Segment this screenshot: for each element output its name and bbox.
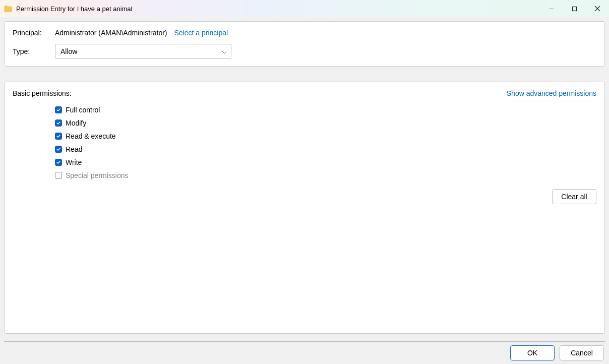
checkbox-full-control[interactable]	[55, 106, 62, 113]
clear-all-button[interactable]: Clear all	[552, 189, 596, 204]
permission-label: Modify	[66, 119, 86, 127]
permissions-list: Full control Modify Read & execute Read …	[55, 103, 596, 182]
close-button[interactable]	[586, 0, 609, 17]
content-area: Principal: Administrator (AMAN\Administr…	[0, 17, 609, 342]
permission-item-special: Special permissions	[55, 169, 596, 182]
dialog-footer: OK Cancel	[0, 342, 609, 364]
permission-item-write: Write	[55, 156, 596, 169]
type-combobox[interactable]: Allow	[55, 44, 231, 59]
folder-icon	[4, 5, 12, 13]
select-principal-link[interactable]: Select a principal	[174, 29, 228, 37]
permissions-panel: Basic permissions: Show advanced permiss…	[4, 82, 605, 334]
permission-label: Read & execute	[66, 132, 116, 140]
checkbox-read-execute[interactable]	[55, 133, 62, 140]
principal-label: Principal:	[13, 29, 55, 37]
minimize-button[interactable]	[539, 0, 563, 17]
basic-permissions-label: Basic permissions:	[13, 89, 72, 97]
type-label: Type:	[13, 47, 55, 55]
window-title: Permission Entry for I have a pet animal	[16, 5, 133, 13]
svg-rect-1	[572, 7, 576, 11]
checkbox-write[interactable]	[55, 159, 62, 166]
type-value: Allow	[60, 47, 77, 55]
principal-panel: Principal: Administrator (AMAN\Administr…	[4, 21, 605, 67]
type-row: Type: Allow	[13, 44, 596, 59]
permission-label: Special permissions	[66, 171, 129, 179]
ok-button[interactable]: OK	[510, 345, 555, 360]
window-controls	[539, 0, 609, 17]
show-advanced-permissions-link[interactable]: Show advanced permissions	[507, 89, 596, 97]
permission-item-modify: Modify	[55, 116, 596, 130]
permissions-header: Basic permissions: Show advanced permiss…	[13, 89, 596, 97]
principal-value: Administrator (AMAN\Administrator)	[55, 29, 167, 37]
principal-row: Principal: Administrator (AMAN\Administr…	[13, 29, 596, 37]
permission-item-read: Read	[55, 143, 596, 156]
chevron-down-icon	[222, 47, 227, 55]
permission-item-read-execute: Read & execute	[55, 130, 596, 143]
titlebar: Permission Entry for I have a pet animal	[0, 0, 609, 17]
permission-label: Write	[66, 158, 82, 166]
clear-all-row: Clear all	[13, 189, 596, 204]
permission-item-full-control: Full control	[55, 103, 596, 116]
permission-label: Read	[66, 145, 82, 153]
cancel-button[interactable]: Cancel	[560, 345, 604, 360]
checkbox-special-permissions[interactable]	[55, 172, 62, 179]
maximize-button[interactable]	[563, 0, 586, 17]
checkbox-read[interactable]	[55, 146, 62, 153]
checkbox-modify[interactable]	[55, 119, 62, 127]
permission-label: Full control	[66, 106, 100, 114]
